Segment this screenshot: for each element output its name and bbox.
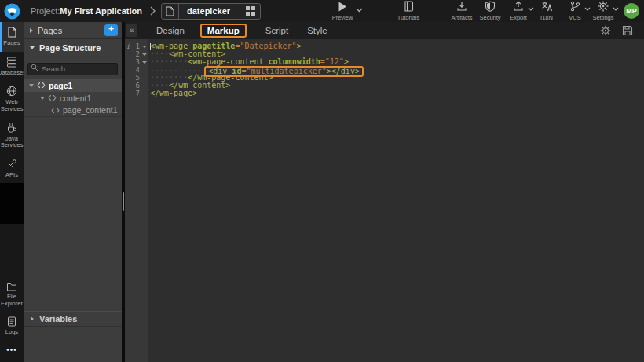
artifacts-button[interactable]: Artifacts — [448, 1, 476, 21]
line-number: 4 — [131, 66, 141, 74]
gutter-row[interactable]: i1 — [125, 42, 148, 50]
pages-icon — [7, 27, 17, 38]
editor-settings-button[interactable] — [600, 25, 611, 36]
code-lines[interactable]: <wm-page pagetitle="Datepicker">····<wm-… — [148, 39, 644, 362]
search-input[interactable] — [27, 63, 118, 75]
sidebar-item-label: Databases — [0, 70, 26, 77]
tree-item-label: content1 — [60, 93, 91, 103]
editor-tabs-bar: « Design Markup Script Style — [125, 22, 644, 39]
sidebar-item-java-services[interactable]: Java Services — [0, 118, 24, 154]
topbar-right-tools: Artifacts Security Export I18N VCS Setti… — [448, 1, 639, 21]
export-button[interactable]: Export — [504, 1, 532, 21]
widget-code-icon — [51, 107, 60, 114]
tutorials-button[interactable]: Tutorials — [394, 1, 423, 21]
branch-icon — [569, 1, 580, 12]
gutter-row[interactable]: 5 — [125, 74, 148, 82]
i18n-button[interactable]: I18N — [532, 1, 561, 21]
sidebar-item-logs[interactable]: Logs — [0, 312, 24, 341]
project-label: Project: — [31, 6, 60, 16]
gutter-row[interactable]: 7 — [125, 90, 148, 97]
gear-icon — [598, 1, 609, 12]
sidebar-item-file-explorer[interactable]: File Explorer — [0, 277, 24, 312]
gutter-row[interactable]: 2 — [125, 50, 148, 58]
gutter-row[interactable]: 6 — [125, 82, 148, 90]
code-line[interactable]: </wm-page> — [150, 90, 644, 97]
scrollbar-thumb[interactable] — [123, 192, 124, 211]
vcs-label: VCS — [569, 14, 580, 21]
caret-down-icon[interactable] — [40, 97, 45, 100]
collapse-panel-button[interactable]: « — [126, 24, 137, 37]
save-icon — [622, 25, 633, 36]
page-structure-header[interactable]: Page Structure — [24, 39, 122, 57]
sidebar-item-label: Logs — [5, 329, 18, 336]
tree-item-page1[interactable]: page1 — [24, 79, 122, 92]
sidebar-item-apis[interactable]: APIs — [0, 154, 24, 184]
tab-style[interactable]: Style — [307, 24, 327, 37]
user-avatar[interactable]: MP — [624, 3, 639, 19]
main-area: Pages Databases Web Services Java Servic… — [0, 22, 644, 362]
search-box — [24, 57, 122, 79]
tab-markup[interactable]: Markup — [200, 24, 247, 38]
tree-item-label: page1 — [49, 81, 72, 90]
chevron-down-icon[interactable] — [356, 8, 363, 13]
line-number: 2 — [131, 50, 141, 58]
code-line[interactable]: ············<div id="multidatepicker"></… — [150, 66, 644, 74]
fold-toggle[interactable] — [141, 61, 148, 64]
variables-section-header[interactable]: Variables — [24, 311, 122, 327]
caret-down-icon — [30, 46, 35, 49]
line-number: 6 — [131, 82, 141, 90]
save-button[interactable] — [622, 25, 633, 36]
gutter-row[interactable]: 3 — [125, 58, 148, 66]
markup-editor: « Design Markup Script Style i1234567 <w… — [125, 22, 644, 362]
apis-icon — [6, 159, 17, 170]
sidebar-item-label: Pages — [3, 40, 20, 47]
code-line[interactable]: ········<wm-page-content columnwidth="12… — [150, 58, 644, 66]
tree-item-content1[interactable]: content1 — [24, 92, 122, 104]
code-line[interactable]: ····</wm-content> — [150, 82, 644, 90]
fold-arrow-icon — [142, 61, 147, 64]
preview-label: Preview — [332, 14, 353, 21]
gutter-info-icon: i — [125, 42, 131, 50]
translate-icon — [541, 1, 553, 12]
security-button[interactable]: Security — [476, 1, 504, 21]
caret-down-icon[interactable] — [29, 84, 34, 87]
code-area[interactable]: i1234567 <wm-page pagetitle="Datepicker"… — [125, 39, 644, 362]
grid-icon[interactable] — [241, 4, 260, 19]
annotation-highlight-box: <div id="multidatepicker"></div> — [204, 66, 364, 77]
gear-icon — [600, 25, 611, 36]
chevron-down-icon[interactable] — [613, 7, 619, 11]
tab-script[interactable]: Script — [265, 24, 288, 37]
fold-toggle[interactable] — [141, 46, 148, 48]
sidebar-item-web-services[interactable]: Web Services — [0, 81, 24, 117]
i18n-label: I18N — [540, 14, 553, 21]
gutter-row[interactable]: 4 — [125, 66, 148, 74]
preview-button[interactable]: Preview — [328, 2, 357, 21]
sidebar-item-label: File Explorer — [1, 294, 23, 307]
line-number: 3 — [131, 58, 141, 66]
logs-icon — [7, 316, 16, 327]
tab-design[interactable]: Design — [156, 24, 185, 37]
widget-code-icon — [48, 94, 57, 101]
sidebar-item-databases[interactable]: Databases — [0, 52, 24, 82]
page-tab-datepicker[interactable]: datepicker — [161, 3, 261, 20]
play-icon — [338, 2, 347, 12]
artifacts-label: Artifacts — [451, 14, 472, 21]
rail-spacer — [0, 224, 24, 277]
tree-item-page-content1[interactable]: page_content1 — [24, 104, 122, 117]
line-number: 5 — [131, 74, 141, 82]
panel-divider[interactable] — [122, 22, 125, 362]
shield-icon — [485, 1, 496, 12]
app-logo[interactable] — [0, 3, 24, 20]
search-icon — [31, 64, 38, 71]
more-options-button[interactable]: ••• — [0, 341, 24, 362]
settings-button[interactable]: Settings — [589, 1, 617, 21]
fold-toggle[interactable] — [141, 53, 148, 56]
settings-label: Settings — [592, 14, 613, 21]
sidebar-item-pages[interactable]: Pages — [0, 22, 24, 52]
fold-arrow-icon — [142, 53, 147, 56]
add-page-button[interactable]: + — [104, 24, 118, 36]
pages-panel-header[interactable]: Pages + — [24, 22, 122, 39]
tree-item-label: page_content1 — [63, 105, 117, 115]
vcs-button[interactable]: VCS — [561, 1, 589, 21]
chevron-right-icon — [150, 6, 156, 16]
